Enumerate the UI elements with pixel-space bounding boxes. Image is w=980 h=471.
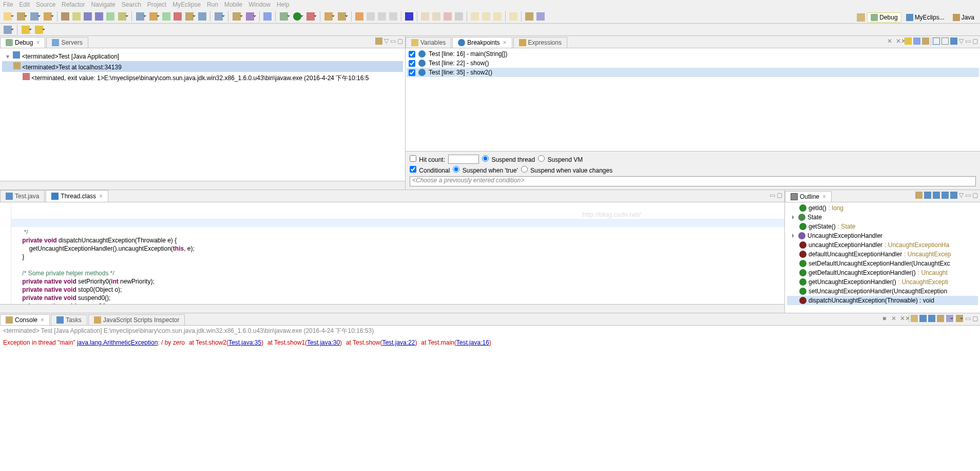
use-step-filters-icon[interactable] (525, 12, 533, 21)
minimize-icon[interactable]: ▭ (965, 37, 971, 46)
console-trace-link[interactable]: Test.java:35 (228, 339, 261, 346)
java-perspective-button[interactable]: Java (949, 12, 978, 23)
toolbar-icon[interactable] (43, 12, 54, 21)
debug-tree-target[interactable]: <terminated>Test at localhost:34139 (2, 61, 403, 72)
toolbar-icon[interactable] (84, 12, 92, 21)
tab-debug[interactable]: Debug × (0, 37, 45, 48)
expand-icon[interactable] (933, 37, 940, 45)
toolbar-icon[interactable] (61, 12, 69, 21)
collapse-icon[interactable] (941, 37, 949, 45)
display-icon[interactable] (937, 315, 944, 322)
suspend-icon[interactable] (432, 12, 440, 21)
debug-tree-root[interactable]: ▾ <terminated>Test [Java Application] (2, 50, 403, 61)
debug-dropdown-icon[interactable] (279, 12, 290, 21)
filter-icon[interactable] (924, 192, 931, 199)
debug-perspective-button[interactable]: Debug (867, 12, 901, 23)
toolbar-icon[interactable] (95, 12, 103, 21)
toolbar-icon[interactable] (367, 12, 375, 21)
close-icon[interactable]: × (503, 39, 507, 46)
toolbar-icon[interactable] (174, 12, 182, 21)
outline-item[interactable]: setUncaughtExceptionHandler(UncaughtExce… (787, 287, 978, 296)
toolbar-icon[interactable] (245, 12, 256, 21)
remove-all-icon[interactable]: ✕✕ (896, 37, 903, 45)
tab-breakpoints[interactable]: Breakpoints × (452, 37, 512, 48)
maximize-icon[interactable]: ▢ (972, 315, 978, 323)
hitcount-checkbox[interactable] (410, 155, 416, 162)
conditional-checkbox[interactable] (410, 166, 416, 173)
toolbar-icon[interactable] (29, 12, 41, 21)
menu-edit[interactable]: Edit (19, 1, 30, 8)
close-icon[interactable]: × (99, 193, 103, 200)
suspend-thread-radio[interactable]: Suspend thread (482, 155, 535, 163)
tab-console[interactable]: Console × (0, 314, 50, 325)
menu-source[interactable]: Source (36, 1, 55, 8)
toolbar-icon[interactable] (337, 12, 348, 21)
sort-icon[interactable] (915, 192, 923, 199)
drop-frame-icon[interactable] (509, 12, 517, 21)
outline-item[interactable]: getId() : long (787, 203, 978, 213)
open-console-icon[interactable] (946, 315, 953, 322)
scrollbar-horizontal[interactable] (0, 181, 405, 190)
view-icon[interactable] (375, 37, 382, 45)
close-icon[interactable]: × (36, 39, 40, 46)
toolbar-icon[interactable] (162, 12, 170, 21)
expand-icon[interactable] (792, 215, 796, 219)
toolbar-icon[interactable] (72, 12, 81, 21)
debug-tree-process[interactable]: <terminated, exit value: 1>E:\myeclipse\… (2, 72, 403, 84)
outline-item[interactable]: uncaughtExceptionHandler : UncaughtExcep… (787, 240, 978, 250)
toolbar-icon[interactable] (378, 12, 386, 21)
maximize-icon[interactable]: ▢ (972, 37, 978, 46)
menu-run[interactable]: Run (207, 1, 218, 8)
outline-item[interactable]: defaultUncaughtExceptionHandler : Uncaug… (787, 250, 978, 259)
layout-icon[interactable] (950, 37, 957, 45)
tab-js-inspector[interactable]: JavaScript Scripts Inspector (88, 314, 185, 325)
expand-arrow-icon[interactable]: ▾ (6, 53, 11, 60)
menu-mobile[interactable]: Mobile (224, 1, 242, 8)
view-menu-icon[interactable]: ▽ (959, 192, 964, 199)
toolbar-icon[interactable] (323, 12, 335, 21)
view-menu-icon[interactable]: ▽ (959, 37, 964, 46)
minimize-icon[interactable]: ▭ (965, 315, 971, 323)
forward-dropdown-icon[interactable] (34, 26, 45, 34)
tab-test-java[interactable]: Test.java (0, 190, 45, 202)
maximize-icon[interactable]: ▢ (397, 37, 403, 45)
open-perspective-icon[interactable] (857, 13, 865, 22)
scroll-lock-icon[interactable] (919, 315, 927, 322)
myeclipse-perspective-button[interactable]: MyEclips... (902, 12, 948, 23)
breakpoint-checkbox[interactable] (409, 60, 415, 67)
filter-icon[interactable] (933, 192, 940, 199)
expand-icon[interactable] (792, 234, 796, 238)
suspend-vm-radio[interactable]: Suspend VM (538, 155, 583, 163)
step-into-icon[interactable] (471, 12, 479, 21)
scrollbar-horizontal[interactable] (0, 304, 784, 313)
toolbar-icon[interactable] (232, 12, 243, 21)
tab-servers[interactable]: Servers (46, 37, 88, 48)
remove-icon[interactable]: ✕ (891, 315, 898, 322)
view-menu-icon[interactable]: ▽ (384, 37, 389, 45)
toolbar-icon[interactable] (405, 12, 413, 21)
filter-icon[interactable] (941, 192, 949, 199)
breakpoint-checkbox[interactable] (409, 69, 415, 76)
conditional-checkbox-label[interactable]: Conditional (410, 166, 450, 174)
minimize-icon[interactable]: ▭ (390, 37, 396, 45)
goto-icon[interactable] (905, 37, 912, 45)
menu-file[interactable]: File (3, 1, 13, 8)
step-return-icon[interactable] (493, 12, 502, 21)
tab-expressions[interactable]: Expressions (513, 37, 567, 48)
external-tools-icon[interactable] (305, 12, 317, 21)
when-true-radio[interactable]: Suspend when 'true' (453, 166, 517, 174)
toolbar-icon[interactable] (3, 26, 14, 34)
close-icon[interactable]: × (822, 193, 826, 200)
terminate-icon[interactable] (444, 12, 452, 21)
new-console-icon[interactable] (956, 315, 963, 322)
back-dropdown-icon[interactable] (21, 26, 32, 34)
condition-combo[interactable]: <Choose a previously entered condition> (410, 176, 976, 186)
console-trace-link[interactable]: Test.java:22 (382, 339, 415, 346)
hitcount-input[interactable] (448, 155, 479, 164)
toolbar-icon[interactable] (117, 12, 128, 21)
toolbar-icon[interactable] (198, 12, 206, 21)
resume-icon[interactable] (421, 12, 429, 21)
outline-item[interactable]: setDefaultUncaughtExceptionHandler(Uncau… (787, 259, 978, 268)
breakpoint-item[interactable]: Test [line: 16] - main(String[]) (407, 49, 979, 59)
close-icon[interactable]: × (41, 316, 44, 324)
